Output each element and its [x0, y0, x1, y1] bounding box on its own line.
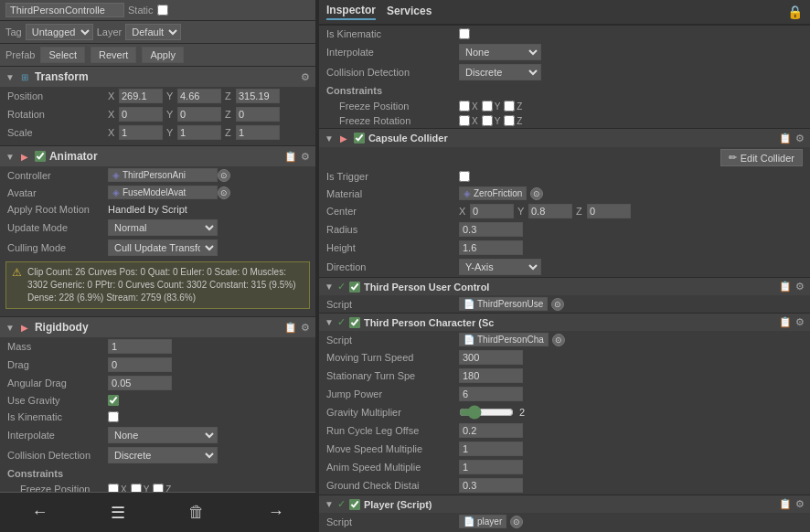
rotation-y-input[interactable]	[177, 107, 221, 122]
r-collision-detection-select[interactable]: Discrete	[459, 64, 541, 80]
animator-gear-icon[interactable]: ⚙	[301, 151, 310, 163]
r-freeze-rot-z[interactable]	[504, 115, 515, 126]
tpc-script-ref[interactable]: 📄 ThirdPersonCha	[459, 333, 549, 346]
r-capsule-book-icon[interactable]: 📋	[779, 133, 792, 144]
menu-button[interactable]: ☰	[100, 497, 136, 528]
lock-icon[interactable]: 🔒	[787, 5, 803, 19]
controller-ref[interactable]: ◈ ThirdPersonAni	[108, 168, 218, 182]
ground-check-input[interactable]	[459, 478, 523, 493]
r-freeze-pos-x[interactable]	[459, 101, 470, 112]
culling-mode-select[interactable]: Cull Update Transfor	[108, 239, 218, 256]
animator-book-icon[interactable]: 📋	[284, 151, 297, 163]
rotation-row: Rotation X Y Z	[0, 105, 315, 123]
stationary-turn-speed-row: Stationary Turn Spe	[319, 367, 810, 385]
r-edit-collider-btn[interactable]: ✏ Edit Collider	[720, 149, 803, 166]
r-freeze-pos-y[interactable]	[482, 101, 493, 112]
jump-power-input[interactable]	[459, 387, 523, 401]
animator-enabled-checkbox[interactable]	[35, 151, 46, 162]
delete-button[interactable]: 🗑	[177, 497, 216, 527]
gravity-multiplier-slider[interactable]	[459, 405, 514, 420]
transform-gear-icon[interactable]: ⚙	[301, 71, 310, 83]
tpc-script-select-btn[interactable]: ⊙	[552, 334, 565, 346]
static-checkbox[interactable]	[157, 5, 168, 16]
position-y-input[interactable]	[177, 89, 221, 103]
revert-button[interactable]: Revert	[91, 47, 136, 63]
rotation-x-input[interactable]	[119, 107, 163, 122]
inspector-tab[interactable]: Inspector	[326, 4, 376, 20]
r-interpolate-select[interactable]: None	[459, 44, 541, 60]
tpc-enabled-checkbox[interactable]	[349, 317, 360, 328]
position-x-input[interactable]	[119, 89, 163, 103]
third-person-character-header[interactable]: ▼ ✓ Third Person Character (Sc 📋 ⚙	[319, 314, 810, 331]
transform-header[interactable]: ▼ ⊞ Transform ⚙	[0, 67, 315, 87]
r-direction-select[interactable]: Y-Axis	[459, 259, 541, 275]
anim-speed-input[interactable]	[459, 460, 523, 474]
collision-detection-select[interactable]: Discrete	[108, 447, 218, 463]
controller-name-input[interactable]	[5, 3, 124, 17]
forward-button[interactable]: →	[257, 497, 295, 527]
scale-x-input[interactable]	[119, 125, 163, 140]
move-speed-input[interactable]	[459, 442, 523, 456]
r-direction-label: Direction	[326, 261, 459, 272]
angular-drag-input[interactable]	[108, 376, 172, 390]
r-center-y-input[interactable]	[528, 204, 572, 218]
layer-select[interactable]: Default	[125, 24, 181, 40]
capsule-collider-header-right[interactable]: ▼ ▶ Capsule Collider 📋 ⚙	[319, 129, 810, 147]
tpc-gear-icon[interactable]: ⚙	[795, 316, 805, 328]
r-is-kinematic-checkbox[interactable]	[459, 28, 470, 39]
r-height-input[interactable]	[459, 240, 523, 255]
r-material-select-btn[interactable]: ⊙	[530, 187, 543, 200]
r-material-ref[interactable]: ◈ ZeroFriction	[459, 186, 527, 200]
r-radius-input[interactable]	[459, 222, 523, 237]
position-z-input[interactable]	[236, 89, 280, 103]
tpuc-book-icon[interactable]: 📋	[779, 281, 792, 293]
run-cycle-input[interactable]	[459, 423, 523, 438]
player-script-ref[interactable]: 📄 player	[459, 515, 506, 528]
third-person-user-control-header[interactable]: ▼ ✓ Third Person User Control 📋 ⚙	[319, 278, 810, 295]
controller-select-btn[interactable]: ⊙	[218, 169, 230, 182]
avatar-select-btn[interactable]: ⊙	[218, 186, 230, 199]
scale-y-input[interactable]	[177, 125, 221, 140]
use-gravity-checkbox[interactable]	[108, 395, 119, 406]
player-gear-icon[interactable]: ⚙	[795, 498, 805, 510]
r-capsule-enabled-checkbox[interactable]	[354, 133, 365, 144]
stationary-turn-speed-input[interactable]	[459, 368, 523, 383]
r-freeze-rot-y[interactable]	[482, 115, 493, 126]
player-script-header[interactable]: ▼ ✓ Player (Script) 📋 ⚙	[319, 495, 810, 513]
mass-input[interactable]	[108, 339, 172, 354]
animator-header[interactable]: ▼ ▶ Animator 📋 ⚙	[0, 146, 315, 166]
moving-turn-speed-input[interactable]	[459, 350, 523, 365]
r-center-z-input[interactable]	[587, 204, 631, 218]
update-mode-select[interactable]: Normal	[108, 219, 218, 236]
r-freeze-pos-z[interactable]	[504, 101, 515, 112]
services-tab[interactable]: Services	[387, 5, 432, 19]
rigidbody-gear-icon[interactable]: ⚙	[301, 322, 310, 334]
is-kinematic-checkbox[interactable]	[108, 411, 119, 422]
r-center-x-input[interactable]	[470, 204, 514, 218]
tpuc-enabled-checkbox[interactable]	[349, 282, 360, 293]
apply-button[interactable]: Apply	[142, 47, 184, 63]
player-book-icon[interactable]: 📋	[779, 498, 792, 510]
scale-z-input[interactable]	[236, 125, 280, 140]
player-script-select-btn[interactable]: ⊙	[510, 516, 523, 528]
select-button[interactable]: Select	[40, 47, 85, 63]
rotation-z-input[interactable]	[236, 107, 280, 122]
drag-input[interactable]	[108, 357, 172, 372]
tpuc-script-select-btn[interactable]: ⊙	[551, 298, 564, 311]
r-collision-detection-label: Collision Detection	[326, 67, 459, 78]
tpuc-script-ref[interactable]: 📄 ThirdPersonUse	[459, 297, 548, 311]
tag-select[interactable]: Untagged	[26, 24, 93, 40]
tpuc-gear-icon[interactable]: ⚙	[795, 281, 805, 293]
back-button[interactable]: ←	[20, 497, 59, 527]
rigidbody-book-icon[interactable]: 📋	[284, 322, 297, 334]
r-freeze-rotation-label: Freeze Rotation	[326, 115, 459, 126]
tpc-book-icon[interactable]: 📋	[779, 316, 792, 328]
r-freeze-rot-x[interactable]	[459, 115, 470, 126]
avatar-ref[interactable]: ◈ FuseModelAvat	[108, 186, 218, 199]
interpolate-select[interactable]: None	[108, 427, 218, 443]
collision-detection-label: Collision Detection	[7, 450, 108, 461]
r-is-trigger-checkbox[interactable]	[459, 171, 470, 182]
player-enabled-checkbox[interactable]	[349, 499, 360, 510]
r-capsule-gear-icon[interactable]: ⚙	[795, 133, 805, 144]
rigidbody-header[interactable]: ▼ ▶ Rigidbody 📋 ⚙	[0, 317, 315, 337]
